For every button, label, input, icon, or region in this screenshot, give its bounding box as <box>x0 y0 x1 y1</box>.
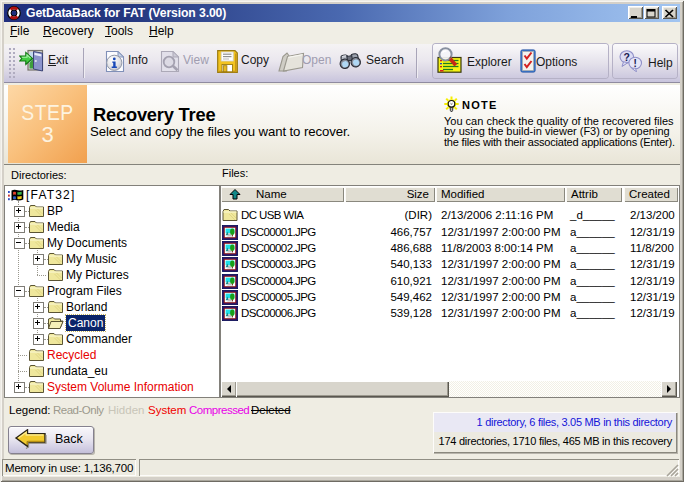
svg-text:!: ! <box>634 58 637 69</box>
